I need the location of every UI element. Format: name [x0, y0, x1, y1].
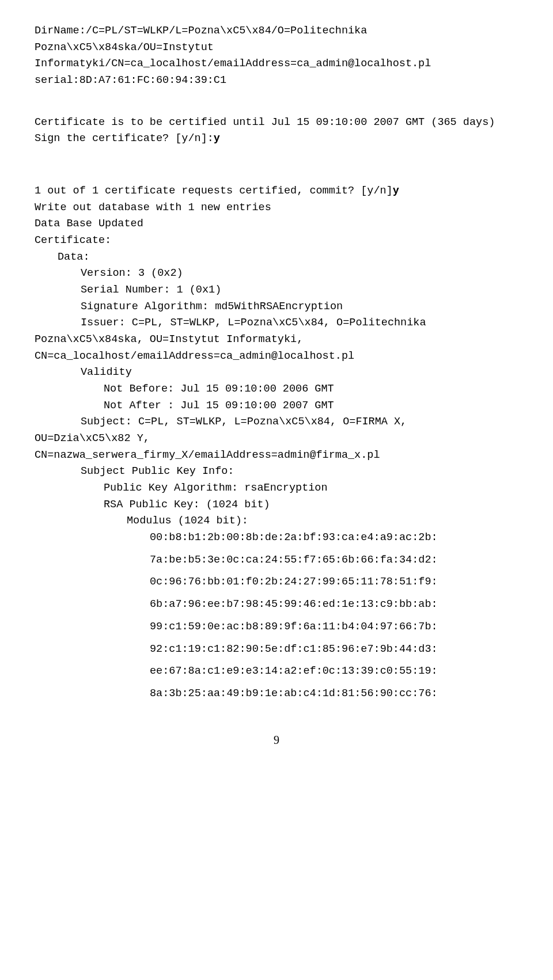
page-number: 9 — [35, 731, 518, 749]
commit-line: 1 out of 1 certificate requests certifie… — [35, 183, 518, 200]
certificate-label: Certificate: — [35, 233, 518, 249]
modulus-row: 92:c1:19:c1:82:90:5e:df:c1:85:96:e7:9b:4… — [35, 641, 518, 658]
issuer-line: Issuer: C=PL, ST=WLKP, L=Pozna\xC5\x84, … — [35, 315, 518, 364]
serial-line: serial:8D:A7:61:FC:60:94:39:C1 — [35, 73, 518, 89]
modulus-row: 6b:a7:96:ee:b7:98:45:99:46:ed:1e:13:c9:b… — [35, 597, 518, 613]
dirname-line: DirName:/C=PL/ST=WLKP/L=Pozna\xC5\x84/O=… — [35, 23, 518, 73]
db-updated-line: Data Base Updated — [35, 216, 518, 233]
modulus-row: 0c:96:76:bb:01:f0:2b:24:27:99:65:11:78:5… — [35, 574, 518, 591]
pubkey-algo-line: Public Key Algorithm: rsaEncryption — [35, 480, 518, 497]
cert-until-line: Certificate is to be certified until Jul… — [35, 115, 518, 131]
modulus-row: ee:67:8a:c1:e9:e3:14:a2:ef:0c:13:39:c0:5… — [35, 663, 518, 680]
commit-prompt: 1 out of 1 certificate requests certifie… — [35, 185, 393, 197]
subject-pki-label: Subject Public Key Info: — [35, 464, 518, 480]
sig-algo-line: Signature Algorithm: md5WithRSAEncryptio… — [35, 299, 518, 316]
modulus-row: 99:c1:59:0e:ac:b8:89:9f:6a:11:b4:04:97:6… — [35, 619, 518, 636]
modulus-row: 7a:be:b5:3e:0c:ca:24:55:f7:65:6b:66:fa:3… — [35, 552, 518, 569]
validity-label: Validity — [35, 364, 518, 381]
sign-cert-answer: y — [214, 132, 220, 145]
commit-answer: y — [393, 185, 399, 197]
version-line: Version: 3 (0x2) — [35, 265, 518, 282]
sign-cert-prompt: Sign the certificate? [y/n]: — [35, 132, 214, 145]
modulus-row: 8a:3b:25:aa:49:b9:1e:ab:c4:1d:81:56:90:c… — [35, 686, 518, 702]
write-db-line: Write out database with 1 new entries — [35, 200, 518, 216]
data-label: Data: — [35, 249, 518, 266]
modulus-label: Modulus (1024 bit): — [35, 513, 518, 530]
not-before-line: Not Before: Jul 15 09:10:00 2006 GMT — [35, 381, 518, 398]
not-after-line: Not After : Jul 15 09:10:00 2007 GMT — [35, 398, 518, 415]
modulus-row: 00:b8:b1:2b:00:8b:de:2a:bf:93:ca:e4:a9:a… — [35, 530, 518, 546]
rsa-pubkey-line: RSA Public Key: (1024 bit) — [35, 497, 518, 514]
serial-number-line: Serial Number: 1 (0x1) — [35, 282, 518, 299]
subject-line: Subject: C=PL, ST=WLKP, L=Pozna\xC5\x84,… — [35, 414, 518, 464]
sign-cert-line: Sign the certificate? [y/n]:y — [35, 131, 518, 147]
